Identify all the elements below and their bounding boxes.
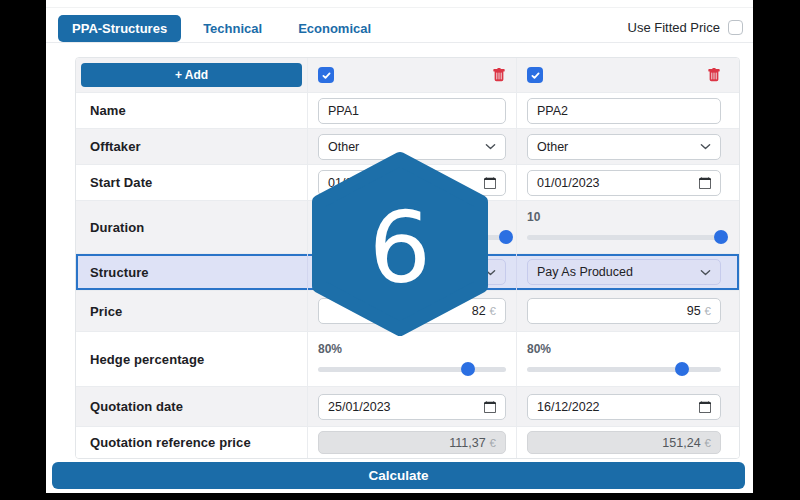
slider-track xyxy=(527,235,721,240)
calendar-icon xyxy=(699,401,711,413)
row-label-quotation-reference-price: Quotation reference price xyxy=(76,427,308,458)
euro-symbol: € xyxy=(490,437,496,449)
use-fitted-price-label: Use Fitted Price xyxy=(628,20,720,35)
trash-icon xyxy=(707,68,721,82)
tab-ppa-structures[interactable]: PPA-Structures xyxy=(58,15,181,42)
row-label-start-date: Start Date xyxy=(76,165,308,200)
slider-track xyxy=(318,367,506,372)
add-button[interactable]: + Add xyxy=(81,63,302,87)
ppa2-price-input[interactable]: 95 € xyxy=(527,298,721,324)
use-fitted-price-checkbox[interactable] xyxy=(728,20,743,35)
ppa2-quotation-date-value: 16/12/2022 xyxy=(537,400,600,414)
row-name: Name PPA1 PPA2 xyxy=(76,92,739,128)
ppa2-delete-button[interactable] xyxy=(707,68,721,82)
add-cell: + Add xyxy=(76,58,308,92)
ppa1-header-cell xyxy=(308,58,517,92)
ppa2-quotation-reference-price-input: 151,24 € xyxy=(527,431,721,454)
trash-icon xyxy=(492,68,506,82)
euro-symbol: € xyxy=(705,437,711,449)
row-label-duration: Duration xyxy=(76,201,308,253)
ppa2-hedge-slider[interactable] xyxy=(527,362,721,376)
ppa1-delete-button[interactable] xyxy=(492,68,506,82)
ppa1-quotation-reference-price-value: 111,37 xyxy=(449,436,485,450)
tabbar: PPA-Structures Technical Economical xyxy=(58,15,385,42)
tab-technical[interactable]: Technical xyxy=(189,15,276,42)
checkmark-icon xyxy=(321,70,332,81)
row-label-hedge-percentage: Hedge percentage xyxy=(76,332,308,386)
chevron-down-icon xyxy=(700,267,711,278)
ppa2-header-cell xyxy=(517,58,739,92)
ppa1-quotation-date-input[interactable]: 25/01/2023 xyxy=(318,394,506,420)
row-label-offtaker: Offtaker xyxy=(76,129,308,164)
ppa2-duration-slider[interactable] xyxy=(527,230,721,244)
row-label-structure: Structure xyxy=(76,254,308,290)
slider-thumb[interactable] xyxy=(675,362,689,376)
row-label-price: Price xyxy=(76,291,308,331)
ppa2-offtaker-value: Other xyxy=(537,140,568,154)
slider-thumb[interactable] xyxy=(499,230,513,244)
ppa2-quotation-reference-price-value: 151,24 xyxy=(662,436,700,450)
slider-thumb[interactable] xyxy=(461,362,475,376)
ppa2-quotation-date-input[interactable]: 16/12/2022 xyxy=(527,394,721,420)
ppa1-quotation-date-value: 25/01/2023 xyxy=(328,400,391,414)
ppa2-duration-value: 10 xyxy=(527,210,721,224)
step-badge-number: 6 xyxy=(369,191,431,305)
panel-top-border xyxy=(46,7,753,8)
table-header-row: + Add xyxy=(76,58,739,92)
ppa1-hedge-slider[interactable] xyxy=(318,362,506,376)
calendar-icon xyxy=(699,177,711,189)
chevron-down-icon xyxy=(700,141,711,152)
ppa2-structure-select[interactable]: Pay As Produced xyxy=(527,259,721,285)
ppa2-offtaker-select[interactable]: Other xyxy=(527,134,721,160)
row-quotation-date: Quotation date 25/01/2023 16/12/2022 xyxy=(76,386,739,426)
ppa2-price-value: 95 xyxy=(687,304,701,318)
row-quotation-reference-price: Quotation reference price 111,37 € 151,2… xyxy=(76,426,739,458)
tab-economical[interactable]: Economical xyxy=(284,15,385,42)
calendar-icon xyxy=(484,401,496,413)
ppa1-quotation-reference-price-input: 111,37 € xyxy=(318,431,506,454)
ppa2-start-date-value: 01/01/2023 xyxy=(537,176,600,190)
row-label-name: Name xyxy=(76,93,308,128)
tabbar-underline xyxy=(46,42,753,43)
step-badge-hexagon: 6 xyxy=(300,144,500,344)
calculate-button[interactable]: Calculate xyxy=(52,462,745,489)
ppa1-select-checkbox[interactable] xyxy=(318,67,334,83)
slider-track xyxy=(527,367,721,372)
row-label-quotation-date: Quotation date xyxy=(76,387,308,426)
ppa2-select-checkbox[interactable] xyxy=(527,67,543,83)
checkmark-icon xyxy=(530,70,541,81)
ppa2-start-date-input[interactable]: 01/01/2023 xyxy=(527,170,721,196)
slider-thumb[interactable] xyxy=(714,230,728,244)
euro-symbol: € xyxy=(705,305,711,317)
ppa1-name-input[interactable]: PPA1 xyxy=(318,98,506,124)
ppa2-structure-value: Pay As Produced xyxy=(537,265,633,279)
ppa2-name-input[interactable]: PPA2 xyxy=(527,98,721,124)
use-fitted-price-control: Use Fitted Price xyxy=(628,20,743,35)
ppa1-hedge-value: 80% xyxy=(318,342,506,356)
ppa2-hedge-value: 80% xyxy=(527,342,721,356)
app-panel: PPA-Structures Technical Economical Use … xyxy=(46,0,753,493)
